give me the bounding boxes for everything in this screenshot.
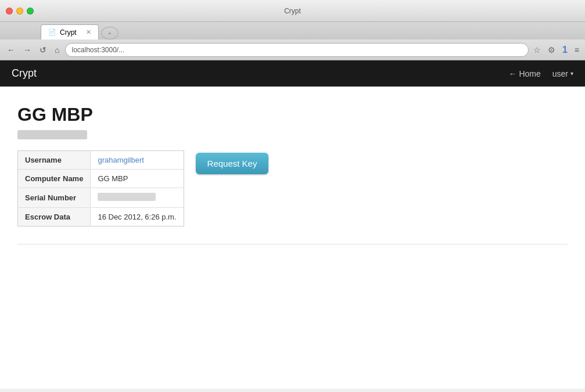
info-table: Username grahamgilbert Computer Name GG … [17, 150, 184, 226]
table-header-computer-name: Computer Name [18, 170, 91, 188]
user-menu[interactable]: user ▾ [552, 69, 573, 78]
table-row: Escrow Data 16 Dec 2012, 6:26 p.m. [18, 208, 184, 226]
content-divider [17, 244, 568, 244]
username-link[interactable]: grahamgilbert [98, 156, 144, 164]
window-controls [6, 8, 34, 15]
serial-number-blurred [98, 193, 156, 201]
browser-window: Crypt 📄 Crypt ✕ + ← → ↺ ⌂ ☆ ⚙ 1 ≡ [0, 0, 585, 60]
toolbar-icons: ☆ ⚙ 1 ≡ [532, 44, 580, 56]
user-menu-label: user [552, 69, 568, 78]
home-nav-label: Home [519, 69, 540, 78]
page-counter-icon: 1 [561, 44, 569, 56]
table-header-escrow-data: Escrow Data [18, 208, 91, 226]
bookmark-star-icon[interactable]: ☆ [532, 44, 542, 56]
tab-label: Crypt [60, 28, 77, 37]
table-row: Serial Number [18, 188, 184, 208]
tab-page-icon: 📄 [48, 28, 56, 36]
menu-icon[interactable]: ≡ [573, 44, 580, 56]
back-button[interactable]: ← [5, 44, 17, 56]
table-cell-computer-name: GG MBP [91, 170, 184, 188]
nav-links: ← Home user ▾ [508, 69, 573, 78]
info-table-container: Username grahamgilbert Computer Name GG … [17, 150, 568, 226]
blurred-subtitle [17, 130, 87, 139]
table-row: Computer Name GG MBP [18, 170, 184, 188]
main-content: GG MBP Username grahamgilbert Computer N… [0, 87, 585, 389]
maximize-window-button[interactable] [27, 8, 34, 15]
tab-close-button[interactable]: ✕ [86, 28, 91, 36]
address-bar-input[interactable] [65, 43, 528, 57]
window-title: Crypt [284, 7, 301, 15]
user-menu-caret-icon: ▾ [570, 70, 573, 77]
page-title: GG MBP [17, 104, 568, 125]
table-cell-serial-number [91, 188, 184, 208]
table-cell-username: grahamgilbert [91, 151, 184, 170]
close-window-button[interactable] [6, 8, 13, 15]
app-navbar: Crypt ← Home user ▾ [0, 60, 585, 87]
new-tab-button[interactable]: + [101, 27, 119, 39]
table-row: Username grahamgilbert [18, 151, 184, 170]
tools-icon[interactable]: ⚙ [547, 44, 557, 56]
table-header-username: Username [18, 151, 91, 170]
reload-button[interactable]: ↺ [37, 44, 49, 56]
title-bar: Crypt [0, 0, 585, 22]
app-brand: Crypt [12, 67, 508, 80]
address-bar-row: ← → ↺ ⌂ ☆ ⚙ 1 ≡ [0, 39, 585, 60]
forward-button[interactable]: → [21, 44, 34, 56]
home-nav-link[interactable]: ← Home [508, 69, 540, 78]
browser-tab[interactable]: 📄 Crypt ✕ [41, 24, 99, 39]
table-cell-escrow-data: 16 Dec 2012, 6:26 p.m. [91, 208, 184, 226]
request-key-button[interactable]: Request Key [196, 153, 269, 174]
tab-bar: 📄 Crypt ✕ + [0, 22, 585, 39]
table-header-serial-number: Serial Number [18, 188, 91, 208]
minimize-window-button[interactable] [16, 8, 23, 15]
home-button[interactable]: ⌂ [52, 44, 62, 56]
home-arrow-icon: ← [508, 69, 516, 78]
